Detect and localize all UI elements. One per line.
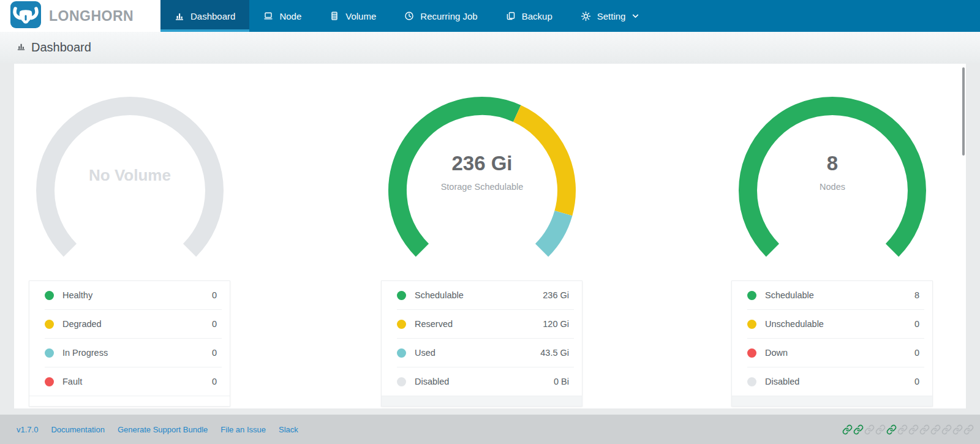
legend-row: Schedulable 8 bbox=[732, 281, 932, 309]
node-column: 8 Nodes Schedulable 8 Unschedulable 0 bbox=[731, 88, 933, 407]
legend-label: Unschedulable bbox=[765, 319, 824, 329]
longhorn-logo-icon bbox=[10, 1, 41, 31]
tab-recurring-job[interactable]: Recurring Job bbox=[390, 0, 491, 32]
legend-row: Fault 0 bbox=[29, 367, 230, 396]
legend-value: 0 Bi bbox=[554, 377, 569, 386]
footer: v1.7.0 Documentation Generate Support Bu… bbox=[0, 415, 980, 444]
storage-gauge: 236 Gi Storage Schedulable bbox=[381, 88, 583, 266]
legend-row: Reserved 120 Gi bbox=[382, 310, 582, 338]
node-connection-status bbox=[842, 424, 975, 435]
legend-value: 43.5 Gi bbox=[540, 348, 569, 358]
legend-label: Schedulable bbox=[415, 290, 464, 300]
legend-label: Healthy bbox=[62, 290, 92, 300]
legend-row: Disabled 0 bbox=[732, 367, 932, 396]
page-title: Dashboard bbox=[31, 40, 91, 55]
volume-column: No Volume Healthy 0 Degraded 0 bbox=[29, 88, 231, 407]
chevron-down-icon bbox=[631, 12, 639, 20]
link-icon bbox=[842, 424, 853, 435]
legend-label: Degraded bbox=[62, 319, 102, 329]
documentation-link[interactable]: Documentation bbox=[51, 425, 104, 434]
scrollbar-thumb[interactable] bbox=[962, 67, 965, 156]
link-icon bbox=[864, 424, 875, 435]
legend-dot bbox=[397, 348, 406, 358]
backup-icon bbox=[506, 11, 516, 21]
legend-dot bbox=[45, 291, 54, 300]
tab-label: Volume bbox=[345, 11, 376, 21]
legend-value: 0 bbox=[212, 377, 217, 386]
legend-dot bbox=[747, 348, 756, 358]
node-gauge: 8 Nodes bbox=[731, 88, 933, 266]
legend-dot bbox=[45, 348, 54, 358]
bar-chart-icon bbox=[175, 11, 184, 21]
file-an-issue-link[interactable]: File an Issue bbox=[221, 425, 266, 434]
legend-row: Healthy 0 bbox=[29, 281, 230, 309]
legend-dot bbox=[747, 320, 756, 329]
legend-label: Reserved bbox=[415, 319, 453, 329]
slack-link[interactable]: Slack bbox=[279, 425, 298, 434]
legend-label: Disabled bbox=[415, 377, 449, 386]
legend-label: In Progress bbox=[62, 348, 108, 358]
link-icon bbox=[886, 424, 897, 435]
node-icon bbox=[263, 11, 273, 21]
tab-label: Dashboard bbox=[190, 11, 235, 21]
gear-icon bbox=[581, 11, 591, 21]
legend-dot bbox=[45, 320, 54, 329]
footer-links: v1.7.0 Documentation Generate Support Bu… bbox=[17, 425, 298, 434]
legend-value: 0 bbox=[914, 377, 919, 386]
tab-label: Setting bbox=[597, 11, 626, 21]
volume-icon bbox=[330, 11, 339, 21]
volume-gauge: No Volume bbox=[29, 88, 231, 266]
legend-value: 0 bbox=[212, 290, 217, 300]
link-icon bbox=[875, 424, 886, 435]
tab-dashboard[interactable]: Dashboard bbox=[160, 0, 249, 32]
legend-value: 0 bbox=[914, 348, 919, 358]
link-icon bbox=[963, 424, 974, 435]
legend-row: In Progress 0 bbox=[29, 339, 230, 367]
legend-value: 120 Gi bbox=[543, 319, 569, 329]
legend-value: 0 bbox=[212, 348, 217, 358]
tab-label: Recurring Job bbox=[420, 11, 477, 21]
link-icon bbox=[908, 424, 919, 435]
legend-dot bbox=[747, 291, 756, 300]
legend-label: Disabled bbox=[765, 377, 799, 386]
bar-chart-icon bbox=[17, 42, 26, 53]
gauge-arc bbox=[381, 88, 583, 266]
tab-setting[interactable]: Setting bbox=[567, 0, 654, 32]
generate-support-bundle-link[interactable]: Generate Support Bundle bbox=[118, 425, 208, 434]
tab-backup[interactable]: Backup bbox=[492, 0, 567, 32]
legend-row: Disabled 0 Bi bbox=[382, 367, 582, 396]
tab-label: Node bbox=[279, 11, 301, 21]
legend-dot bbox=[397, 291, 406, 300]
version-label: v1.7.0 bbox=[17, 425, 38, 434]
nav-tabs: Dashboard Node Volume bbox=[160, 0, 654, 32]
legend-dot bbox=[747, 377, 756, 386]
tab-node[interactable]: Node bbox=[249, 0, 315, 32]
legend-row: Unschedulable 0 bbox=[732, 310, 932, 338]
tab-volume[interactable]: Volume bbox=[315, 0, 390, 32]
link-icon bbox=[941, 424, 952, 435]
link-icon bbox=[897, 424, 908, 435]
gauge-arc bbox=[29, 88, 231, 266]
link-icon bbox=[853, 424, 864, 435]
legend-row: Used 43.5 Gi bbox=[382, 339, 582, 367]
brand-name: LONGHORN bbox=[49, 8, 134, 24]
tab-label: Backup bbox=[522, 11, 552, 21]
clock-icon bbox=[404, 11, 414, 21]
brand[interactable]: LONGHORN bbox=[0, 0, 160, 32]
legend-label: Used bbox=[415, 348, 435, 358]
legend-dot bbox=[45, 377, 54, 386]
volume-legend-card: Healthy 0 Degraded 0 In Progress 0 bbox=[29, 280, 230, 407]
legend-value: 8 bbox=[914, 290, 919, 300]
legend-label: Schedulable bbox=[765, 290, 814, 300]
node-legend-card: Schedulable 8 Unschedulable 0 Down 0 bbox=[731, 280, 933, 407]
link-icon bbox=[919, 424, 930, 435]
page-header: Dashboard bbox=[0, 32, 980, 63]
link-icon bbox=[930, 424, 941, 435]
gauge-arc bbox=[731, 88, 933, 266]
legend-value: 236 Gi bbox=[543, 290, 569, 300]
legend-value: 0 bbox=[212, 319, 217, 329]
legend-row: Schedulable 236 Gi bbox=[382, 281, 582, 309]
legend-label: Down bbox=[765, 348, 788, 358]
dashboard-card: No Volume Healthy 0 Degraded 0 bbox=[13, 63, 967, 409]
legend-dot bbox=[397, 320, 406, 329]
